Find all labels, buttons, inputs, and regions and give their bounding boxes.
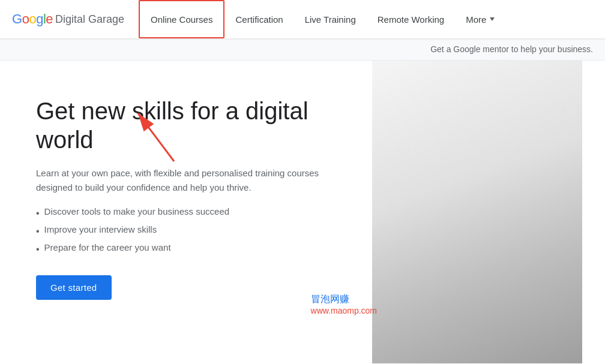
get-started-button[interactable]: Get started — [36, 275, 112, 300]
hero-image — [372, 61, 582, 363]
watermark-line1: 冒泡网赚 — [311, 293, 377, 306]
digital-garage-text: Digital Garage — [55, 13, 124, 26]
nav-item-certification[interactable]: Certification — [224, 0, 293, 38]
hero-section: Get new skills for a digital world Learn… — [0, 61, 372, 363]
hero-image-panel — [372, 61, 582, 363]
google-logo-text: Google — [12, 11, 53, 27]
bullet-item-2: Improve your interview skills — [36, 222, 336, 240]
more-dropdown-icon — [490, 17, 495, 21]
main-nav: Online Courses Certification Live Traini… — [139, 0, 505, 38]
hero-title: Get new skills for a digital world — [36, 97, 336, 154]
banner-text: Get a Google mentor to help your busines… — [430, 44, 593, 54]
watermark: 冒泡网赚 www.maomp.com — [311, 293, 377, 315]
logo[interactable]: Google Digital Garage — [12, 11, 124, 27]
main-content: Get new skills for a digital world Learn… — [0, 61, 605, 363]
header: Google Digital Garage Online Courses Cer… — [0, 0, 605, 38]
nav-item-live-training[interactable]: Live Training — [294, 0, 367, 38]
bullet-item-3: Prepare for the career you want — [36, 240, 336, 258]
watermark-line2: www.maomp.com — [311, 306, 377, 315]
nav-item-more[interactable]: More — [455, 0, 505, 38]
nav-item-remote-working[interactable]: Remote Working — [367, 0, 455, 38]
hero-subtitle: Learn at your own pace, with flexible an… — [36, 166, 336, 195]
nav-item-online-courses[interactable]: Online Courses — [139, 0, 224, 38]
hero-bullets: Discover tools to make your business suc… — [36, 204, 336, 258]
promo-banner: Get a Google mentor to help your busines… — [0, 38, 605, 61]
bullet-item-1: Discover tools to make your business suc… — [36, 204, 336, 222]
